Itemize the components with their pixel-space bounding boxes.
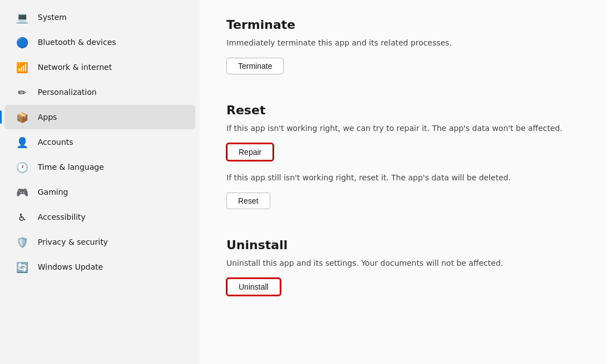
accounts-icon: 👤 — [16, 135, 29, 149]
update-icon: 🔄 — [16, 260, 29, 274]
sidebar-item-accessibility[interactable]: ♿Accessibility — [4, 205, 195, 229]
network-label: Network & internet — [38, 63, 112, 72]
sidebar-item-gaming[interactable]: 🎮Gaming — [4, 180, 195, 204]
accounts-label: Accounts — [38, 138, 73, 146]
main-content: TerminateImmediately terminate this app … — [200, 0, 606, 364]
bluetooth-icon: 🔵 — [16, 36, 29, 49]
sidebar: 💻System🔵Bluetooth & devices📶Network & in… — [0, 0, 200, 364]
section-terminate: TerminateImmediately terminate this app … — [226, 18, 579, 85]
gaming-label: Gaming — [38, 188, 68, 196]
privacy-icon: 🛡️ — [16, 235, 29, 249]
section-uninstall: UninstallUninstall this app and its sett… — [226, 238, 579, 307]
system-icon: 💻 — [16, 11, 29, 24]
sidebar-item-accounts[interactable]: 👤Accounts — [4, 130, 195, 154]
reset-extra-button[interactable]: Reset — [226, 193, 270, 209]
bluetooth-label: Bluetooth & devices — [38, 38, 116, 47]
terminate-button[interactable]: Terminate — [226, 58, 284, 74]
section-reset: ResetIf this app isn't working right, we… — [226, 103, 579, 220]
sidebar-item-personalization[interactable]: ✏️Personalization — [4, 80, 195, 104]
time-label: Time & language — [38, 163, 104, 171]
sidebar-item-system[interactable]: 💻System — [4, 5, 195, 29]
accessibility-icon: ♿ — [16, 210, 29, 224]
uninstall-button[interactable]: Uninstall — [226, 278, 281, 296]
reset-title: Reset — [226, 103, 579, 117]
privacy-label: Privacy & security — [38, 237, 108, 246]
sidebar-item-bluetooth[interactable]: 🔵Bluetooth & devices — [4, 30, 195, 54]
reset-button[interactable]: Repair — [226, 143, 274, 161]
uninstall-title: Uninstall — [226, 238, 579, 252]
personalization-icon: ✏️ — [16, 85, 29, 99]
sidebar-item-network[interactable]: 📶Network & internet — [4, 55, 195, 79]
system-label: System — [38, 13, 67, 22]
reset-desc: If this app isn't working right, we can … — [226, 123, 579, 134]
terminate-desc: Immediately terminate this app and its r… — [226, 37, 579, 49]
terminate-title: Terminate — [226, 18, 579, 32]
reset-extra-desc: If this app still isn't working right, r… — [226, 172, 579, 184]
sidebar-item-apps[interactable]: 📦Apps — [4, 105, 195, 129]
sidebar-item-privacy[interactable]: 🛡️Privacy & security — [4, 230, 195, 254]
sidebar-item-time[interactable]: 🕐Time & language — [4, 155, 195, 179]
update-label: Windows Update — [38, 262, 103, 271]
gaming-icon: 🎮 — [16, 185, 29, 199]
apps-label: Apps — [38, 113, 57, 122]
accessibility-label: Accessibility — [38, 213, 85, 221]
personalization-label: Personalization — [38, 88, 97, 97]
uninstall-desc: Uninstall this app and its settings. You… — [226, 257, 579, 269]
network-icon: 📶 — [16, 60, 29, 74]
time-icon: 🕐 — [16, 160, 29, 174]
apps-icon: 📦 — [16, 110, 29, 124]
sidebar-item-update[interactable]: 🔄Windows Update — [4, 255, 195, 279]
